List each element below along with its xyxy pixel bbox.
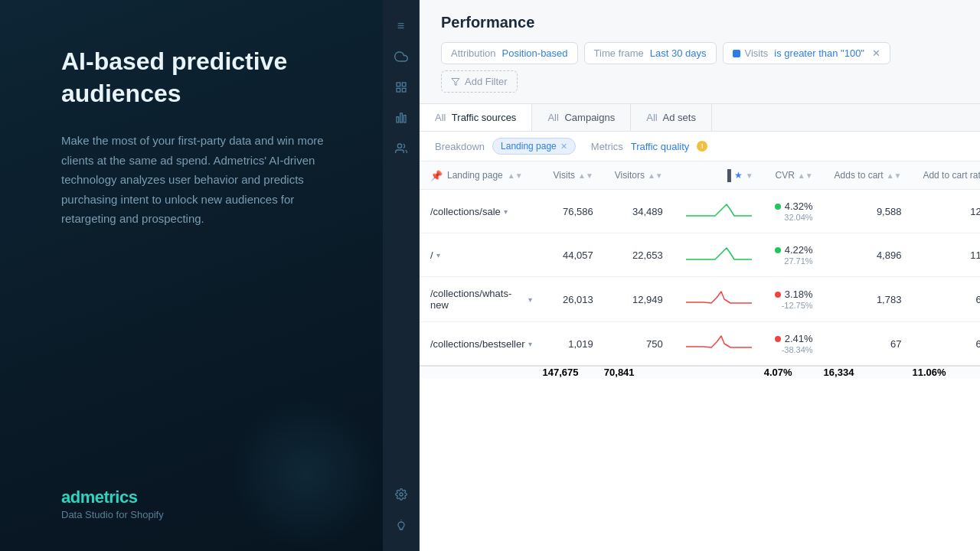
cell-sparkline xyxy=(674,233,764,277)
svg-rect-3 xyxy=(402,88,406,92)
filter-bar: Attribution Position-based Time frame La… xyxy=(441,42,959,93)
left-content: AI-based predictive audiences Make the m… xyxy=(61,46,345,229)
cvr-container: 2.41% -38.34% xyxy=(775,333,813,354)
sparkline-chart xyxy=(684,289,753,310)
table-row: /collections/bestseller ▾ 1,019 750 2.41… xyxy=(420,322,980,367)
users-icon[interactable] xyxy=(387,135,415,162)
grid-icon[interactable] xyxy=(387,73,415,101)
tab-ad-sets[interactable]: All Ad sets xyxy=(631,104,712,131)
cell-adds: 9,588 xyxy=(824,190,913,233)
timeframe-label: Time frame xyxy=(594,47,644,59)
th-visits[interactable]: Visits ▲▼ xyxy=(543,161,604,190)
cell-adds: 1,783 xyxy=(824,277,913,322)
cvr-container: 4.22% 27.71% xyxy=(775,244,813,266)
cvr-status-dot xyxy=(775,292,781,298)
cvr-main: 4.32% xyxy=(775,201,813,212)
visits-filter[interactable]: Visits is greater than "100" ✕ xyxy=(723,42,890,64)
cell-sparkline xyxy=(674,190,764,233)
chip-close-icon[interactable]: ✕ xyxy=(560,142,567,152)
source-tabs: All Traffic sources All Campaigns All Ad… xyxy=(420,104,980,132)
cell-rate: 11.11% xyxy=(912,233,980,277)
th-visitors[interactable]: Visitors ▲▼ xyxy=(604,161,674,190)
footer-landing xyxy=(420,366,543,378)
sparkline-chart xyxy=(684,333,753,354)
svg-rect-2 xyxy=(397,88,400,92)
th-visitors-sort: ▲▼ xyxy=(648,171,663,180)
chart-bar-icon[interactable] xyxy=(387,104,415,132)
tab-traffic-sources[interactable]: All Traffic sources xyxy=(420,104,532,131)
th-cvr-sort: ▲▼ xyxy=(798,171,813,180)
cvr-main: 2.41% xyxy=(775,333,813,344)
cvr-value: 2.41% xyxy=(785,333,813,344)
landing-dropdown[interactable]: / ▾ xyxy=(430,249,440,261)
table-body: /collections/sale ▾ 76,586 34,489 4.32% … xyxy=(420,190,980,367)
attribution-label: Attribution xyxy=(451,47,496,59)
cell-visitors: 34,489 xyxy=(604,190,674,233)
cvr-status-dot xyxy=(775,247,781,253)
th-cvr[interactable]: CVR ▲▼ xyxy=(764,161,824,190)
attribution-value: Position-based xyxy=(502,47,568,59)
landing-dropdown[interactable]: /collections/whats-new ▾ xyxy=(430,288,532,311)
landing-dropdown[interactable]: /collections/bestseller ▾ xyxy=(430,338,532,350)
tab-adsets-label: Ad sets xyxy=(663,112,696,123)
cvr-sub-value: 32.04% xyxy=(784,213,812,222)
th-adds-to-cart[interactable]: Adds to cart ▲▼ xyxy=(824,161,913,190)
cell-sparkline xyxy=(674,277,764,322)
cell-cvr: 2.41% -38.34% xyxy=(764,322,824,367)
th-visitors-label: Visitors xyxy=(615,170,645,181)
footer-adds: 16,334 xyxy=(824,366,913,378)
brand-name: admetrics xyxy=(61,487,345,507)
cell-cvr: 4.22% 27.71% xyxy=(764,233,824,277)
cvr-sub-value: -12.75% xyxy=(782,301,813,310)
th-landing-page: 📌 Landing page ▲▼ xyxy=(420,161,543,190)
cell-cvr: 4.32% 32.04% xyxy=(764,190,824,233)
footer-rate: 11.06% xyxy=(912,366,980,378)
attribution-filter[interactable]: Attribution Position-based xyxy=(441,42,578,64)
visits-value: is greater than "100" xyxy=(774,47,864,59)
footer-sparkline xyxy=(674,366,764,378)
body-text: Make the most of your first-party data a… xyxy=(61,131,345,229)
th-add-to-cart-rate[interactable]: Add to cart rate ▲▼ xyxy=(912,161,980,190)
landing-dropdown[interactable]: /collections/sale ▾ xyxy=(430,206,508,217)
cvr-container: 3.18% -12.75% xyxy=(775,289,813,310)
close-icon[interactable]: ✕ xyxy=(872,47,880,59)
chip-label: Landing page xyxy=(501,141,557,152)
svg-marker-11 xyxy=(452,78,459,85)
cloud-icon[interactable] xyxy=(387,43,415,70)
cvr-value: 4.22% xyxy=(785,244,813,256)
settings-cog-icon[interactable] xyxy=(387,481,415,508)
timeframe-filter[interactable]: Time frame Last 30 days xyxy=(584,42,717,64)
th-visits-sort: ▲▼ xyxy=(578,171,593,180)
headline: AI-based predictive audiences xyxy=(61,46,345,109)
bulb-icon[interactable] xyxy=(387,511,415,539)
menu-icon[interactable]: ≡ xyxy=(387,12,415,40)
dropdown-arrow-icon: ▾ xyxy=(504,207,508,216)
visits-label: Visits xyxy=(745,47,769,59)
tab-campaigns[interactable]: All Campaigns xyxy=(532,104,631,131)
tab-traffic-label: Traffic sources xyxy=(452,112,517,123)
performance-table: 📌 Landing page ▲▼ Visits ▲▼ Visit xyxy=(420,161,980,378)
svg-rect-0 xyxy=(397,83,400,86)
filter-icon xyxy=(451,77,460,86)
metrics-value: Traffic quality xyxy=(631,141,690,152)
cell-visits: 44,057 xyxy=(543,233,604,277)
cvr-container: 4.32% 32.04% xyxy=(775,201,813,222)
th-sparkline-sort: ▼ xyxy=(746,171,753,180)
cell-sparkline xyxy=(674,322,764,367)
svg-rect-1 xyxy=(402,83,406,86)
brand: admetrics Data Studio for Shopify xyxy=(61,487,345,520)
cvr-status-dot xyxy=(775,336,781,342)
landing-page-chip[interactable]: Landing page ✕ xyxy=(492,138,576,155)
sort-icon[interactable]: ▲▼ xyxy=(508,171,523,180)
cell-rate: 12.52% xyxy=(912,190,980,233)
cvr-sub-value: -38.34% xyxy=(782,345,813,354)
data-table-container: 📌 Landing page ▲▼ Visits ▲▼ Visit xyxy=(420,161,980,551)
cell-visits: 26,013 xyxy=(543,277,604,322)
add-filter-button[interactable]: Add Filter xyxy=(441,70,518,93)
dropdown-arrow-icon: ▾ xyxy=(436,251,440,259)
cvr-main: 3.18% xyxy=(775,289,813,300)
cell-adds: 4,896 xyxy=(824,233,913,277)
cell-landing: /collections/bestseller ▾ xyxy=(420,322,543,367)
tab-campaigns-label: Campaigns xyxy=(564,112,615,123)
cvr-value: 4.32% xyxy=(785,201,813,212)
